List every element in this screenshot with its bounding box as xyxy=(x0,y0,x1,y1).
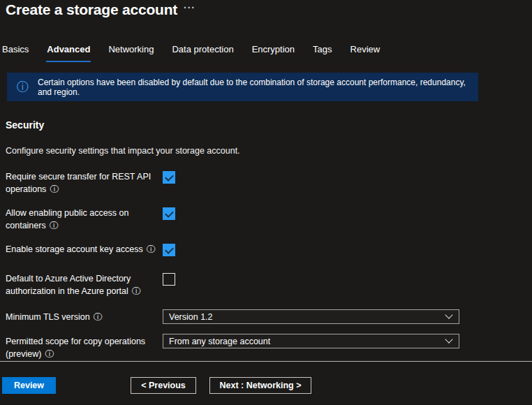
field-label: Minimum TLS version xyxy=(6,312,90,322)
section-description: Configure security settings that impact … xyxy=(6,146,240,156)
more-options-icon[interactable] xyxy=(184,2,195,13)
info-banner: Certain options have been disabled by de… xyxy=(7,73,478,101)
info-icon[interactable] xyxy=(45,348,54,360)
secure-transfer-checkbox[interactable] xyxy=(163,171,175,184)
page-title: Create a storage account xyxy=(6,1,177,18)
tab-basics[interactable]: Basics xyxy=(1,43,29,62)
tab-advanced[interactable]: Advanced xyxy=(46,43,91,62)
copy-scope-dropdown[interactable]: From any storage account xyxy=(163,334,459,348)
field-row-key-access: Enable storage account key access xyxy=(6,243,494,256)
info-icon[interactable] xyxy=(132,285,141,297)
footer-actions: Review < Previous Next : Networking > xyxy=(2,377,311,394)
dropdown-selected-value: From any storage account xyxy=(169,337,270,346)
dropdown-selected-value: Version 1.2 xyxy=(169,312,213,322)
field-row-public-access: Allow enabling public access on containe… xyxy=(6,207,494,232)
footer-divider xyxy=(0,361,532,362)
min-tls-dropdown[interactable]: Version 1.2 xyxy=(163,309,459,324)
field-label: Permitted scope for copy operations (pre… xyxy=(6,337,145,359)
public-access-checkbox[interactable] xyxy=(163,207,175,220)
field-label: Default to Azure Active Directory author… xyxy=(6,274,131,296)
chevron-down-icon xyxy=(445,335,452,343)
field-row-secure-transfer: Require secure transfer for REST API ope… xyxy=(6,170,494,196)
info-icon[interactable] xyxy=(94,311,103,323)
tab-bar: Basics Advanced Networking Data protecti… xyxy=(1,43,380,62)
field-row-min-tls: Minimum TLS version Version 1.2 xyxy=(6,309,494,324)
security-settings-form: Require secure transfer for REST API ope… xyxy=(6,170,494,366)
info-icon[interactable] xyxy=(50,183,59,196)
tab-encryption[interactable]: Encryption xyxy=(251,43,295,62)
field-row-aad-default: Default to Azure Active Directory author… xyxy=(6,272,494,297)
chevron-down-icon xyxy=(445,311,452,318)
tab-data-protection[interactable]: Data protection xyxy=(171,43,234,62)
next-networking-button[interactable]: Next : Networking > xyxy=(209,377,311,394)
review-button[interactable]: Review xyxy=(2,377,56,394)
section-heading-security: Security xyxy=(6,119,44,131)
field-label: Require secure transfer for REST API ope… xyxy=(6,172,151,194)
info-icon[interactable] xyxy=(50,219,59,232)
tab-networking[interactable]: Networking xyxy=(108,43,154,62)
tab-tags[interactable]: Tags xyxy=(312,43,332,62)
tab-review[interactable]: Review xyxy=(350,43,381,62)
field-label: Allow enabling public access on containe… xyxy=(6,208,129,230)
info-icon xyxy=(17,81,29,93)
previous-button[interactable]: < Previous xyxy=(131,377,196,394)
key-access-checkbox[interactable] xyxy=(163,244,175,256)
info-icon[interactable] xyxy=(147,243,156,256)
aad-default-checkbox[interactable] xyxy=(163,273,175,286)
field-label: Enable storage account key access xyxy=(6,244,143,254)
banner-message: Certain options have been disabled by de… xyxy=(38,78,468,97)
